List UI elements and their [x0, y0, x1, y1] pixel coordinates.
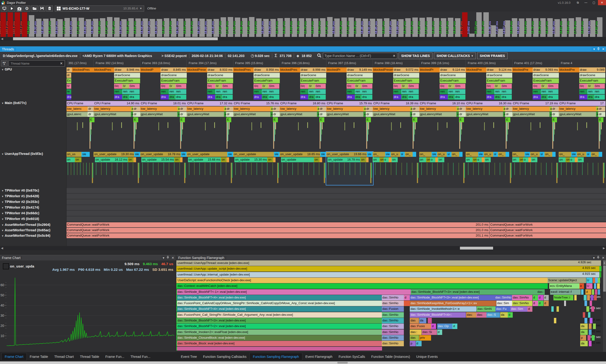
timeline-block[interactable]: on_: [466, 152, 478, 157]
timeline-block[interactable]: 0/: [494, 84, 501, 89]
collapse-icon[interactable]: ▼: [1, 224, 4, 226]
timeline-block[interactable]: gpuLatencyWait: [559, 112, 596, 117]
timeline-block[interactable]: dr: [88, 106, 94, 111]
flamegraph-bar[interactable]: das:: [466, 312, 476, 318]
flamegraph-bar[interactable]: [587, 295, 590, 300]
timeline-block[interactable]: E: [505, 117, 510, 122]
sidebar-item-thread[interactable]: ▼TPWorker #4 (0x66dc): [1, 211, 39, 215]
sidebar-item-thread[interactable]: ▼TPWorker #3 (0x4174): [1, 206, 39, 209]
timeline-block[interactable]: dr: [598, 112, 605, 117]
tab-function-sampling-flamegraph[interactable]: Function Sampling Flamegraph: [250, 353, 302, 361]
timeline-block[interactable]: dr: [459, 112, 466, 117]
flamegraph-bar[interactable]: [589, 324, 592, 329]
flamegraph-bar[interactable]: das::SimNo: [382, 329, 404, 335]
timeline-block[interactable]: E: [319, 117, 324, 122]
timeline-block[interactable]: blockedPre: [466, 67, 487, 72]
timeline-block[interactable]: dra: [215, 95, 222, 100]
tab-function-sampling-callstacks[interactable]: Function Sampling Callstacks: [200, 353, 250, 360]
timeline-block[interactable]: ren: [408, 89, 419, 94]
timeline-block[interactable]: ren: [494, 89, 501, 94]
timeline-block[interactable]: dr: [412, 106, 419, 111]
timeline-block[interactable]: on: [391, 157, 398, 162]
sidebar-item-thread[interactable]: ▼AssetWorkerThread (0x65ac): [1, 228, 50, 232]
tab-frame-chart[interactable]: Frame Chart: [1, 353, 27, 361]
timeline-block[interactable]: on_update: [281, 157, 314, 162]
timeline-block[interactable]: 0/c: [254, 84, 262, 89]
trash-icon[interactable]: [46, 5, 53, 12]
flamegraph-bar[interactable]: UserDaScript::execFunctionsNoCheck [eden…: [176, 278, 548, 283]
timeline-block[interactable]: low_latency: [140, 106, 178, 111]
flamegraph-bar[interactable]: das::Sim: [496, 301, 512, 306]
timeline-block[interactable]: blockedPre: [559, 67, 580, 72]
timeline-block[interactable]: drawScene: [161, 73, 187, 78]
timeline-block[interactable]: on_u: [484, 152, 494, 157]
timeline-block[interactable]: dr: [66, 73, 71, 78]
threads-timeline[interactable]: 391 (17.0ms)Frame 392 (14.9ms)Frame 393 …: [0, 60, 606, 246]
timeline-block[interactable]: gpuLatencyWait: [233, 112, 271, 117]
timeline-block[interactable]: on: [128, 157, 134, 162]
timeline-block[interactable]: 0/: [66, 84, 71, 89]
timeline-block[interactable]: ren: [254, 89, 262, 94]
timeline-block[interactable]: on_: [559, 152, 571, 157]
timeline-block[interactable]: 0/c: [393, 84, 402, 89]
timeline-block[interactable]: dr: [505, 106, 512, 111]
tpworker-row[interactable]: [66, 188, 606, 193]
flamegraph-bar[interactable]: [599, 266, 601, 272]
sort-az-icon[interactable]: A▼Z: [1, 60, 8, 66]
timeline-block[interactable]: sle: [227, 152, 233, 157]
timeline-block[interactable]: o: [523, 157, 528, 162]
flamegraph-bar[interactable]: das::FusionPoint_Call_StringPtr::SimNode…: [176, 312, 382, 318]
timeline-block[interactable]: ExecuteFram: [533, 78, 559, 83]
flamegraph-bar[interactable]: [564, 301, 566, 306]
timeline-block[interactable]: drawScene: [579, 73, 606, 78]
timeline-block[interactable]: on: [578, 157, 584, 162]
timeline-block[interactable]: sle: [134, 152, 140, 157]
timeline-block[interactable]: dra: [486, 95, 495, 100]
timeline-block[interactable]: ExecuteFram: [486, 78, 512, 83]
sidebar-item-thread[interactable]: ▼UserAppThread (0x5f3c): [1, 152, 43, 156]
timeline-block[interactable]: low_latency: [419, 106, 457, 111]
timeline-block[interactable]: E: [552, 117, 557, 122]
timeline-block[interactable]: 0/m: [362, 84, 372, 89]
timeline-block[interactable]: ren: [594, 89, 605, 94]
timeline-block[interactable]: 0/m: [408, 84, 419, 89]
flamegraph-bar[interactable]: das::SimNode_BlockNFT<3>::eval [eden-dev…: [176, 318, 382, 323]
flamegraph-bar[interactable]: da: [500, 312, 508, 318]
timeline-block[interactable]: dra: [347, 95, 355, 100]
flamegraph-bar[interactable]: U: [586, 278, 593, 283]
timeline-block[interactable]: draw9.114 ms: [440, 67, 466, 72]
flamegraph-bar[interactable]: [594, 283, 596, 289]
timeline-block[interactable]: on: [174, 157, 180, 162]
timeline-block[interactable]: dra: [579, 95, 588, 100]
timeline-block[interactable]: dr: [226, 106, 233, 111]
timeline-block[interactable]: sle: [274, 152, 280, 157]
flamegraph-bar[interactable]: [590, 318, 593, 323]
flamegraph-bar[interactable]: [404, 301, 410, 306]
timeline-block[interactable]: dra: [161, 95, 169, 100]
timeline-block[interactable]: draw9.072 ms: [393, 67, 419, 72]
timeline-block[interactable]: dr: [598, 106, 605, 111]
timeline-block[interactable]: [134, 157, 136, 162]
flamegraph-bar[interactable]: priv: [419, 335, 431, 341]
timeline-block[interactable]: 0/: [169, 84, 176, 89]
timeline-block[interactable]: blockedPrese: [187, 67, 208, 72]
timeline-block[interactable]: on_: [591, 152, 599, 157]
timeline-block[interactable]: on: [531, 157, 537, 162]
tab-event-flamegraph[interactable]: Event Flamegraph: [302, 353, 336, 360]
flamegraph-bar[interactable]: [595, 278, 597, 283]
timeline-block[interactable]: CPU Frame17.19 ms: [512, 101, 559, 106]
timeline-block[interactable]: draw8.998 ms: [300, 67, 326, 72]
timeline-block[interactable]: dr: [319, 106, 326, 111]
timeline-block[interactable]: drawScene: [533, 73, 559, 78]
timeline-block[interactable]: dra: [269, 95, 279, 100]
flamegraph-bar[interactable]: [595, 289, 597, 295]
flamegraph-bar[interactable]: d: [508, 312, 513, 318]
flamegraph-bar[interactable]: das::Fusion: [382, 306, 404, 312]
scrollbar-thumb[interactable]: [460, 247, 493, 249]
flamegraph-bar[interactable]: das:: [476, 312, 486, 318]
asset-worker-block[interactable]: CommandQueue::waitForWork: [489, 222, 606, 227]
scrollbar-thumb[interactable]: [603, 266, 606, 292]
timeline-block[interactable]: ren: [308, 89, 315, 94]
flamegraph-bar[interactable]: das::Context::evalWithCatch [eden-dev.ex…: [176, 283, 548, 289]
timeline-block[interactable]: dr: [226, 112, 233, 117]
